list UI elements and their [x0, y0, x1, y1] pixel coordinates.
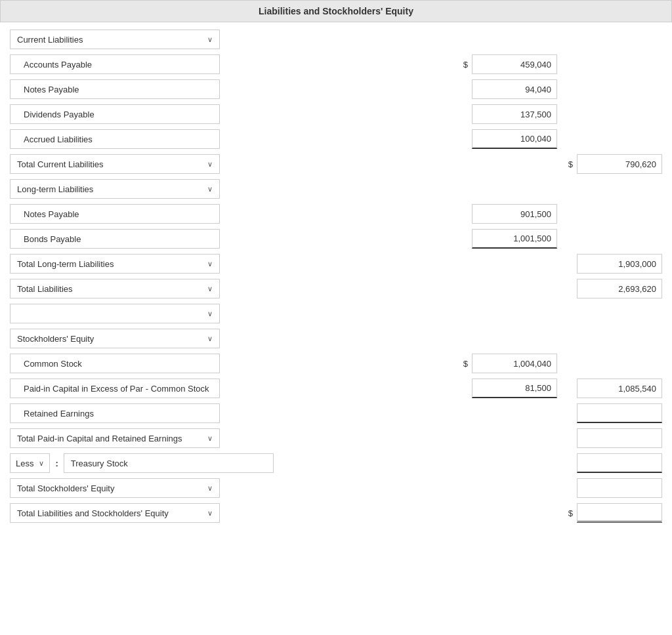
retained-earnings-label[interactable]: Retained Earnings [10, 403, 220, 423]
total-liabilities-equity-value-col: $ [557, 503, 662, 523]
bonds-payable-value[interactable]: 1,001,500 [472, 229, 557, 249]
total-paid-capital-row: Total Paid-in Capital and Retained Earni… [10, 428, 662, 449]
blank-dropdown-col: ∨ [10, 304, 233, 323]
dividends-payable-label[interactable]: Dividends Payable [10, 104, 220, 124]
accrued-liabilities-value[interactable]: 100,040 [472, 129, 557, 149]
accounts-payable-dollar-col: $ 459,040 [452, 54, 557, 74]
retained-earnings-label-col: Retained Earnings [10, 403, 233, 423]
dividends-payable-value-col: 137,500 [452, 104, 557, 124]
stockholders-equity-label[interactable]: Stockholders' Equity ∨ [10, 329, 220, 348]
total-current-liabilities-row: Total Current Liabilities ∨ $ 790,620 [10, 154, 662, 174]
paid-in-capital-label[interactable]: Paid-in Capital in Excess of Par - Commo… [10, 379, 220, 398]
total-liabilities-equity-dollar: $ [568, 508, 573, 518]
less-colon: : [55, 459, 58, 468]
notes-payable-lt-label-col: Notes Payable [10, 204, 233, 224]
common-stock-value-col: $ 1,004,040 [452, 354, 557, 373]
longterm-liabilities-chevron: ∨ [207, 185, 213, 194]
stockholders-equity-label-col: Stockholders' Equity ∨ [10, 329, 233, 348]
total-longterm-value-col: 1,903,000 [557, 254, 662, 274]
total-stockholders-equity-value-col [557, 478, 662, 498]
dividends-payable-row: Dividends Payable 137,500 [10, 104, 662, 125]
total-stockholders-equity-text: Total Stockholders' Equity [17, 483, 114, 493]
total-liabilities-equity-text: Total Liabilities and Stockholders' Equi… [17, 508, 169, 518]
treasury-stock-text: Treasury Stock [71, 459, 128, 468]
common-stock-dollar: $ [463, 359, 468, 369]
total-paid-capital-chevron: ∨ [207, 434, 213, 443]
paid-in-capital-row: Paid-in Capital in Excess of Par - Commo… [10, 378, 662, 399]
treasury-stock-row: Less ∨ : Treasury Stock [10, 453, 662, 474]
less-chevron: ∨ [39, 459, 44, 468]
paid-in-capital-mid-value[interactable]: 81,500 [472, 379, 557, 398]
dividends-payable-value[interactable]: 137,500 [472, 104, 557, 124]
total-liabilities-text: Total Liabilities [17, 284, 73, 294]
total-current-liabilities-value[interactable]: 790,620 [577, 154, 662, 174]
bonds-payable-label-col: Bonds Payable [10, 229, 233, 249]
common-stock-text: Common Stock [24, 359, 82, 369]
bonds-payable-row: Bonds Payable 1,001,500 [10, 228, 662, 249]
notes-payable-current-value-col: 94,040 [452, 79, 557, 99]
total-liabilities-value[interactable]: 2,693,620 [577, 279, 662, 298]
total-liabilities-equity-label[interactable]: Total Liabilities and Stockholders' Equi… [10, 503, 220, 523]
total-paid-capital-label[interactable]: Total Paid-in Capital and Retained Earni… [10, 428, 220, 448]
accrued-liabilities-row: Accrued Liabilities 100,040 [10, 129, 662, 150]
total-longterm-value[interactable]: 1,903,000 [577, 254, 662, 274]
current-liabilities-text: Current Liabilities [17, 35, 83, 45]
total-liabilities-equity-value[interactable] [577, 503, 662, 523]
blank-dropdown-label[interactable]: ∨ [10, 304, 220, 323]
header-title: Liabilities and Stockholders' Equity [259, 6, 413, 16]
content-area: Current Liabilities ∨ Accounts Payable $… [0, 22, 672, 534]
treasury-stock-value-col [557, 453, 662, 473]
common-stock-label-col: Common Stock [10, 354, 233, 373]
notes-payable-lt-value-col: 901,500 [452, 204, 557, 224]
blank-dropdown-row: ∨ [10, 303, 662, 324]
total-paid-capital-value[interactable] [577, 428, 662, 448]
total-stockholders-equity-label[interactable]: Total Stockholders' Equity ∨ [10, 478, 220, 498]
accrued-liabilities-label[interactable]: Accrued Liabilities [10, 129, 220, 149]
total-paid-capital-text: Total Paid-in Capital and Retained Earni… [17, 434, 182, 443]
common-stock-row: Common Stock $ 1,004,040 [10, 353, 662, 374]
notes-payable-current-label[interactable]: Notes Payable [10, 79, 220, 99]
total-current-liabilities-value-col: $ 790,620 [557, 154, 662, 174]
paid-in-capital-value[interactable]: 1,085,540 [577, 379, 662, 398]
dividends-payable-text: Dividends Payable [24, 110, 94, 119]
bonds-payable-text: Bonds Payable [24, 234, 81, 244]
accounts-payable-label[interactable]: Accounts Payable [10, 54, 220, 74]
notes-payable-current-label-col: Notes Payable [10, 79, 233, 99]
notes-payable-current-value[interactable]: 94,040 [472, 79, 557, 99]
bonds-payable-label[interactable]: Bonds Payable [10, 229, 220, 249]
treasury-stock-value[interactable] [577, 453, 662, 473]
total-liabilities-label[interactable]: Total Liabilities ∨ [10, 279, 220, 298]
accounts-payable-value[interactable]: 459,040 [472, 54, 557, 74]
retained-earnings-value[interactable] [577, 403, 662, 423]
treasury-stock-label-group: Less ∨ : Treasury Stock [10, 453, 274, 473]
common-stock-label[interactable]: Common Stock [10, 354, 220, 373]
bonds-payable-value-col: 1,001,500 [452, 229, 557, 249]
total-longterm-label[interactable]: Total Long-term Liabilities ∨ [10, 254, 220, 274]
accrued-liabilities-text: Accrued Liabilities [24, 134, 93, 144]
treasury-stock-label[interactable]: Treasury Stock [64, 453, 274, 473]
total-liabilities-equity-label-col: Total Liabilities and Stockholders' Equi… [10, 503, 233, 523]
notes-payable-lt-label[interactable]: Notes Payable [10, 204, 220, 224]
less-label[interactable]: Less ∨ [10, 453, 50, 473]
current-liabilities-row: Current Liabilities ∨ [10, 29, 662, 50]
total-liabilities-chevron: ∨ [207, 285, 213, 293]
notes-payable-current-text: Notes Payable [24, 85, 79, 94]
total-liabilities-value-col: 2,693,620 [557, 279, 662, 298]
current-liabilities-label[interactable]: Current Liabilities ∨ [10, 30, 220, 49]
longterm-liabilities-label[interactable]: Long-term Liabilities ∨ [10, 179, 220, 199]
notes-payable-lt-text: Notes Payable [24, 209, 79, 219]
total-current-liabilities-chevron: ∨ [207, 160, 213, 169]
longterm-liabilities-row: Long-term Liabilities ∨ [10, 178, 662, 199]
total-liabilities-row: Total Liabilities ∨ 2,693,620 [10, 278, 662, 299]
total-liabilities-equity-row: Total Liabilities and Stockholders' Equi… [10, 502, 662, 523]
notes-payable-current-row: Notes Payable 94,040 [10, 79, 662, 100]
notes-payable-lt-value[interactable]: 901,500 [472, 204, 557, 224]
total-current-dollar: $ [568, 159, 573, 169]
total-paid-capital-label-col: Total Paid-in Capital and Retained Earni… [10, 428, 233, 448]
current-liabilities-chevron: ∨ [207, 35, 213, 44]
paid-in-capital-mid-col: 81,500 [452, 379, 557, 398]
total-stockholders-equity-value[interactable] [577, 478, 662, 498]
stockholders-equity-text: Stockholders' Equity [17, 334, 94, 344]
common-stock-value[interactable]: 1,004,040 [472, 354, 557, 373]
total-current-liabilities-label[interactable]: Total Current Liabilities ∨ [10, 154, 220, 174]
